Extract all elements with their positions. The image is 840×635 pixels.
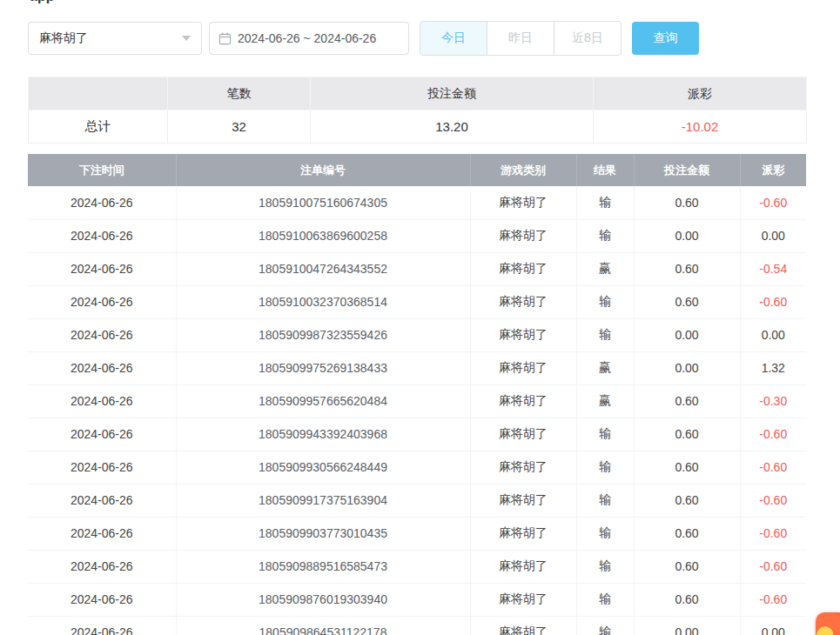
column-header: 游戏类别 (470, 154, 576, 186)
table-row: 2024-06-261805909987323559426麻将胡了输0.000.… (28, 318, 806, 351)
payout-cell: -0.60 (740, 186, 806, 219)
result-cell: 输 (576, 219, 634, 252)
order-id-cell: 1805909889516585473 (176, 550, 470, 583)
result-cell: 赢 (576, 351, 634, 384)
table-row: 2024-06-261805910063869600258麻将胡了输0.000.… (28, 219, 806, 252)
table-row: 2024-06-261805909957665620484麻将胡了赢0.60-0… (28, 384, 806, 418)
game-select-value: 麻将胡了 (39, 30, 88, 46)
order-id-cell: 1805910032370368514 (176, 285, 470, 318)
order-id-cell: 1805910063869600258 (176, 219, 470, 252)
bet-time-cell: 2024-06-26 (28, 186, 176, 219)
last-8-days-button[interactable]: 近8日 (554, 21, 622, 56)
game-type-cell: 麻将胡了 (470, 550, 576, 583)
result-cell: 输 (576, 186, 634, 219)
order-id-cell: 1805909930566248449 (176, 451, 470, 484)
result-cell: 输 (576, 550, 634, 583)
bet-amount-cell: 0.60 (634, 583, 740, 616)
records-table: 下注时间注单编号游戏类别结果投注金额派彩 2024-06-26180591007… (28, 154, 806, 635)
order-id-cell: 1805909876019303940 (176, 583, 470, 616)
payout-cell: -0.60 (740, 285, 806, 318)
today-button[interactable]: 今日 (420, 21, 487, 56)
summary-header-row: 笔数 投注金额 派彩 (29, 77, 807, 110)
payout-cell: 1.32 (740, 351, 806, 384)
yesterday-button[interactable]: 昨日 (487, 21, 554, 56)
clipped-page-title: app (30, 0, 54, 4)
table-row: 2024-06-261805909889516585473麻将胡了输0.60-0… (28, 550, 806, 583)
table-row: 2024-06-261805909864531122178麻将胡了输0.000.… (28, 616, 806, 635)
game-type-cell: 麻将胡了 (470, 484, 576, 517)
result-cell: 输 (576, 451, 634, 484)
result-cell: 输 (576, 418, 634, 451)
query-button[interactable]: 查询 (632, 22, 699, 55)
quick-date-buttons: 今日 昨日 近8日 (420, 21, 622, 56)
bet-amount-cell: 0.60 (634, 418, 740, 451)
table-row: 2024-06-261805909975269138433麻将胡了赢0.001.… (28, 351, 806, 384)
column-header: 投注金额 (634, 154, 740, 186)
bet-time-cell: 2024-06-26 (28, 583, 176, 616)
order-id-cell: 1805910075160674305 (176, 186, 470, 219)
result-cell: 输 (576, 616, 634, 635)
records-table-body: 2024-06-261805910075160674305麻将胡了输0.60-0… (28, 186, 806, 635)
bet-time-cell: 2024-06-26 (28, 351, 176, 384)
bet-amount-cell: 0.00 (634, 219, 740, 252)
game-type-cell: 麻将胡了 (470, 451, 576, 484)
bet-time-cell: 2024-06-26 (28, 484, 176, 517)
order-id-cell: 1805909975269138433 (176, 351, 470, 384)
table-row: 2024-06-261805910075160674305麻将胡了输0.60-0… (28, 186, 806, 219)
bet-amount-cell: 0.00 (634, 318, 740, 351)
customer-service-float-icon[interactable] (816, 612, 840, 635)
bet-amount-cell: 0.00 (634, 616, 740, 635)
bet-amount-cell: 0.60 (634, 285, 740, 318)
payout-cell: -0.60 (740, 517, 806, 550)
result-cell: 输 (576, 484, 634, 517)
bet-time-cell: 2024-06-26 (28, 517, 176, 550)
bet-amount-cell: 0.60 (634, 517, 740, 550)
summary-table: 笔数 投注金额 派彩 总计 32 13.20 -10.02 (28, 77, 807, 144)
game-type-cell: 麻将胡了 (470, 186, 576, 219)
bet-amount-cell: 0.60 (634, 186, 740, 219)
game-type-cell: 麻将胡了 (470, 583, 576, 616)
date-range-value: 2024-06-26 ~ 2024-06-26 (238, 31, 376, 45)
bet-time-cell: 2024-06-26 (28, 550, 176, 583)
bet-amount-cell: 0.00 (634, 351, 740, 384)
date-range-input[interactable]: 2024-06-26 ~ 2024-06-26 (209, 22, 409, 55)
bet-time-cell: 2024-06-26 (28, 219, 176, 252)
summary-bet-amount-value: 13.20 (311, 110, 594, 144)
bet-time-cell: 2024-06-26 (28, 318, 176, 351)
table-row: 2024-06-261805910032370368514麻将胡了输0.60-0… (28, 285, 806, 318)
chevron-down-icon (182, 36, 191, 41)
payout-cell: -0.60 (740, 583, 806, 616)
filter-bar: 麻将胡了 2024-06-26 ~ 2024-06-26 今日 昨日 近8日 查… (28, 21, 699, 56)
game-select[interactable]: 麻将胡了 (28, 22, 202, 55)
table-row: 2024-06-261805909943392403968麻将胡了输0.60-0… (28, 418, 806, 451)
payout-cell: 0.00 (740, 219, 806, 252)
result-cell: 输 (576, 285, 634, 318)
bet-time-cell: 2024-06-26 (28, 252, 176, 285)
table-row: 2024-06-261805909930566248449麻将胡了输0.60-0… (28, 451, 806, 484)
order-id-cell: 1805909943392403968 (176, 418, 470, 451)
bet-time-cell: 2024-06-26 (28, 616, 176, 635)
order-id-cell: 1805909957665620484 (176, 384, 470, 418)
game-type-cell: 麻将胡了 (470, 517, 576, 550)
bet-time-cell: 2024-06-26 (28, 451, 176, 484)
payout-cell: -0.54 (740, 252, 806, 285)
payout-cell: -0.60 (740, 418, 806, 451)
order-id-cell: 1805909903773010435 (176, 517, 470, 550)
result-cell: 赢 (576, 384, 634, 418)
column-header: 注单编号 (176, 154, 470, 186)
summary-header-payout: 派彩 (594, 77, 807, 110)
summary-total-label: 总计 (29, 110, 168, 144)
table-row: 2024-06-261805909876019303940麻将胡了输0.60-0… (28, 583, 806, 616)
game-type-cell: 麻将胡了 (470, 418, 576, 451)
game-type-cell: 麻将胡了 (470, 252, 576, 285)
payout-cell: -0.60 (740, 451, 806, 484)
game-type-cell: 麻将胡了 (470, 285, 576, 318)
bet-amount-cell: 0.60 (634, 384, 740, 418)
result-cell: 输 (576, 318, 634, 351)
result-cell: 赢 (576, 252, 634, 285)
order-id-cell: 1805909864531122178 (176, 616, 470, 635)
summary-header-bet-amount: 投注金额 (311, 77, 594, 110)
summary-total-row: 总计 32 13.20 -10.02 (29, 110, 807, 144)
table-row: 2024-06-261805910047264343552麻将胡了赢0.60-0… (28, 252, 806, 285)
order-id-cell: 1805909917375163904 (176, 484, 470, 517)
